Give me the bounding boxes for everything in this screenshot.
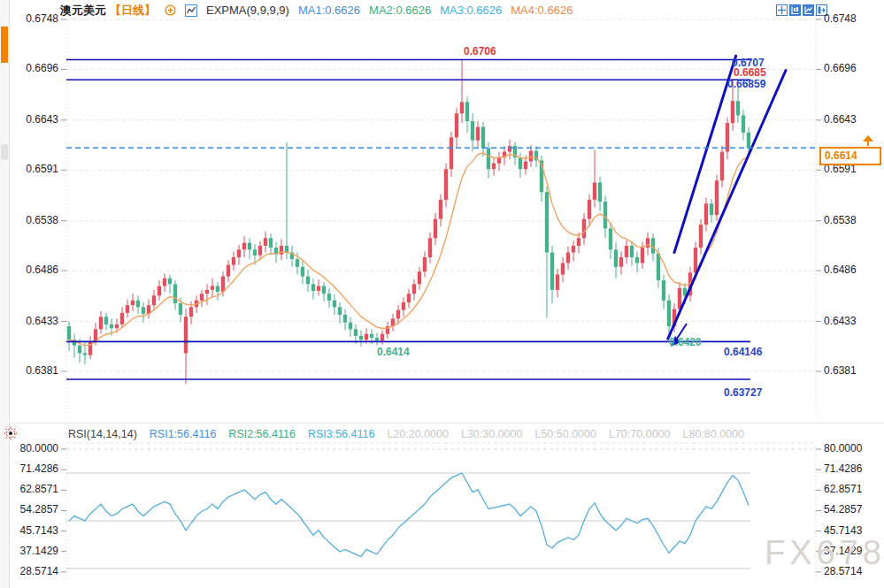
indicator-chart-icon [185, 4, 197, 17]
axis-label: 0.6748 [824, 12, 857, 26]
resistance-label-mid: 0.6685 [734, 66, 766, 79]
axis-label: 80.0000 [824, 442, 862, 455]
rsi2-value: RSI2:56.4116 [228, 428, 296, 440]
axis-label: 71.4286 [18, 462, 58, 476]
crosshair-icon[interactable] [776, 4, 788, 15]
axis-label: 0.6643 [824, 113, 857, 126]
axis-label: 0.6486 [18, 263, 58, 277]
chart-toolbar [776, 4, 827, 15]
ma2-value: MA2:0.6626 [369, 4, 431, 17]
axis-label: 0.6643 [18, 113, 58, 126]
indicator-label: EXPMA(9,9,9,9) [206, 4, 289, 17]
rsi-l70-value: L70:70.0000 [609, 428, 671, 440]
rsi-header: RSI(14,14,14) RSI1:56.4116 RSI2:56.4116 … [68, 428, 744, 440]
rsi-l30-value: L30:30.0000 [461, 428, 523, 440]
rsi-title: RSI(14,14,14) [68, 428, 137, 440]
current-price-tag: 0.6614 [819, 147, 881, 165]
axis-label: 45.7143 [18, 524, 58, 538]
rsi-l80-value: L80:80.0000 [682, 428, 744, 440]
axis-label: 0.6538 [18, 214, 58, 227]
candlestick-panel-icon[interactable] [789, 4, 801, 15]
axis-label: 62.8571 [824, 483, 862, 496]
axis-label: 0.6696 [824, 62, 857, 75]
rsi3-value: RSI3:56.4116 [308, 428, 375, 440]
axis-label: 71.4286 [824, 462, 862, 476]
axis-label: 0.6381 [18, 364, 58, 378]
panel-divider [9, 423, 884, 424]
support-label-b: 0.6420 [669, 336, 702, 348]
ma1-value: MA1:0.6626 [298, 4, 360, 17]
axis-label: 54.2857 [18, 503, 58, 516]
axis-label: 0.6486 [824, 263, 857, 277]
axis-label: 0.6748 [18, 12, 58, 26]
rsi-l20-value: L20:20.0000 [387, 428, 449, 440]
axis-label: 80.0000 [18, 442, 58, 455]
axis-label: 0.6591 [18, 163, 58, 176]
axis-label: 0.6381 [824, 364, 857, 378]
axis-label: 0.6433 [18, 315, 58, 328]
channel-high-price-label: 0.66859 [727, 78, 765, 90]
chart-app: 澳元美元 【日线】 EXPMA(9,9,9,9) MA1:0.6626 MA2:… [0, 0, 884, 588]
axis-label: 0.6538 [824, 214, 857, 227]
axis-label: 62.8571 [18, 483, 58, 496]
add-indicator-icon[interactable] [165, 4, 176, 16]
ma3-value: MA3:0.6626 [440, 4, 502, 17]
axis-label: 0.6696 [18, 62, 58, 75]
ma4-value: MA4:0.6626 [511, 4, 573, 17]
period-label: 【日线】 [110, 3, 156, 19]
axis-label: 0.6433 [824, 315, 857, 328]
left-scrollbar-mark [1, 144, 8, 160]
left-scrollbar-thumb[interactable] [1, 27, 8, 63]
resistance-label-top: 0.6706 [464, 45, 496, 57]
chart-header: 澳元美元 【日线】 EXPMA(9,9,9,9) MA1:0.6626 MA2:… [60, 3, 573, 18]
left-scroll-strip [0, 0, 10, 588]
axis-label: 37.1429 [18, 545, 58, 558]
axis-label: 28.5714 [18, 565, 58, 578]
price-alert-arrow-icon [859, 134, 877, 148]
symbol-name: 澳元美元 [60, 3, 106, 19]
fx678-watermark: FX678 [765, 534, 884, 572]
axis-label: 54.2857 [824, 503, 862, 516]
channel-low-price-label: 0.64146 [724, 346, 762, 358]
alert-icon[interactable] [4, 426, 18, 440]
rsi1-value: RSI1:56.4116 [150, 428, 217, 440]
line-panel-icon[interactable] [803, 4, 814, 15]
support-label-a: 0.6414 [377, 346, 410, 358]
support-label-bottom: 0.63727 [724, 386, 762, 399]
rsi-l50-value: L50:50.0000 [534, 428, 596, 440]
